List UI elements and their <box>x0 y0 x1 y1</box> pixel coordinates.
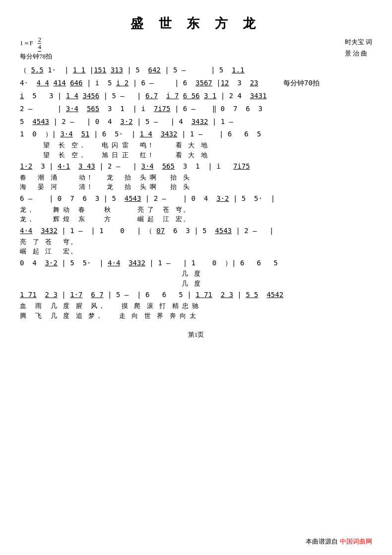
section-5: 5 4543 | 2 — | 0 4 3·2 | 5 — | 4 3432 | … <box>20 116 372 128</box>
section-9: 4·4 3432 | 1 — | 1 0 | （ 07 6 3 | 5 4543… <box>20 225 372 256</box>
music-line-5: 5 4543 | 2 — | 0 4 3·2 | 5 — | 4 3432 | … <box>20 116 372 128</box>
page-title: 盛 世 东 方 龙 <box>20 15 372 32</box>
lyrics-line-6b: 望 长 空， 旭 日 正 红！ 看 大 地 <box>20 150 372 160</box>
footer-source: 本曲谱源自 中国词曲网 <box>306 537 372 546</box>
key-label: 1＝F <box>20 39 36 47</box>
lyrics-line-9b: 崛 起 江 宏。 <box>20 247 372 256</box>
music-line-9: 4·4 3432 | 1 — | 1 0 | （ 07 6 3 | 5 4543… <box>20 225 372 237</box>
lyrics-line-6a: 望 长 空， 电 闪 雷 鸣！ 看 大 地 <box>20 140 372 150</box>
tempo1: 每分钟78拍 <box>20 52 52 62</box>
time-signature: 2 4 <box>38 36 41 52</box>
key-tempo: 1＝F 2 4 <box>20 36 52 52</box>
section-3: i 5 3 | 1 4 3456 | 5 — | 6.7 i 7 6 56 3 … <box>20 90 372 102</box>
lyrics-line-7a: 春 潮 涌 动！ 龙 抬 头 啊 抬 头 <box>20 173 372 183</box>
music-line-10: 0 4 3·2 | 5 5· | 4·4 3432 | 1 — | 1 0 ）|… <box>20 257 372 269</box>
page-number: 第1页 <box>188 331 204 338</box>
section-2: 4· 4 4 414 646 | i 5 i 2 | 6 — | 6 3567 … <box>20 77 372 89</box>
footer-page: 第1页 <box>20 330 372 339</box>
music-line-4: 2 — | 3·4 565 3 1 | i 7i75 | 6 — ‖ 0 7 6… <box>20 103 372 115</box>
time-bottom: 4 <box>38 44 41 51</box>
lyrics-line-8a: 龙， 舞 动 春 秋 亮 了 苍 穹。 <box>20 205 372 215</box>
music-line-6: 1 0 ）| 3·4 51 | 6 5· | 1 4 3432 | 1 — | … <box>20 128 372 140</box>
section-7: 1·2 3 | 4·1 3 43 | 2 — | 3·4 565 3 1 | i… <box>20 161 372 192</box>
music-line-8: 6 — | 0 7 6 3 | 5 4543 | 2 — | 0 4 3·2 |… <box>20 193 372 205</box>
lyrics-line-9a: 亮 了 苍 穹。 <box>20 237 372 247</box>
page: 盛 世 东 方 龙 1＝F 2 4 每分钟78拍 时夫宝 词 景 治 曲 （ 5… <box>0 0 392 555</box>
header-right: 时夫宝 词 景 治 曲 <box>345 36 372 60</box>
lyrics-line-8b: 龙， 辉 煌 东 方 崛 起 江 宏。 <box>20 214 372 224</box>
lyrics-line-10a: 几 度 <box>20 269 372 279</box>
music-line-11: 1 71 2 3 | 1·7 6 7 | 5 — | 6 6 5 | 1 71 … <box>20 289 372 301</box>
source-label: 本曲谱源自 <box>306 537 338 546</box>
section-10: 0 4 3·2 | 5 5· | 4·4 3432 | 1 — | 1 0 ）|… <box>20 257 372 289</box>
lyrics-line-10b: 几 度 <box>20 279 372 289</box>
lyrics-line-11b: 腾 飞 几 度 追 梦， 走 向 世 界 奔 向 太 <box>20 311 372 321</box>
site-name: 中国词曲网 <box>340 537 372 546</box>
music-line-7: 1·2 3 | 4·1 3 43 | 2 — | 3·4 565 3 1 | i… <box>20 161 372 173</box>
music-line-1: （ 5.5 1· | 1 1 |151 313 | 5 642 | 5 — | … <box>20 64 372 76</box>
music-line-2: 4· 4 4 414 646 | i 5 i 2 | 6 — | 6 3567 … <box>20 77 372 89</box>
lyrics-line-11a: 血 雨 几 度 腥 风， 摸 爬 滚 打 精 忠 驰 <box>20 301 372 311</box>
lyrics-credit: 时夫宝 词 <box>345 36 372 48</box>
lyrics-line-7b: 海 晏 河 清！ 龙 抬 头 啊 抬 头 <box>20 182 372 192</box>
section-8: 6 — | 0 7 6 3 | 5 4543 | 2 — | 0 4 3·2 |… <box>20 193 372 224</box>
section-1: （ 5.5 1· | 1 1 |151 313 | 5 642 | 5 — | … <box>20 64 372 76</box>
time-top: 2 <box>38 36 41 44</box>
notation-area: （ 5.5 1· | 1 1 |151 313 | 5 642 | 5 — | … <box>20 64 372 320</box>
section-6: 1 0 ）| 3·4 51 | 6 5· | 1 4 3432 | 1 — | … <box>20 128 372 160</box>
header-info: 1＝F 2 4 每分钟78拍 时夫宝 词 景 治 曲 <box>20 36 372 62</box>
music-line-3: i 5 3 | 1 4 3456 | 5 — | 6.7 i 7 6 56 3 … <box>20 90 372 102</box>
music-credit: 景 治 曲 <box>345 48 372 59</box>
header-left: 1＝F 2 4 每分钟78拍 <box>20 36 52 62</box>
section-4: 2 — | 3·4 565 3 1 | i 7i75 | 6 — ‖ 0 7 6… <box>20 103 372 115</box>
section-11: 1 71 2 3 | 1·7 6 7 | 5 — | 6 6 5 | 1 71 … <box>20 289 372 320</box>
